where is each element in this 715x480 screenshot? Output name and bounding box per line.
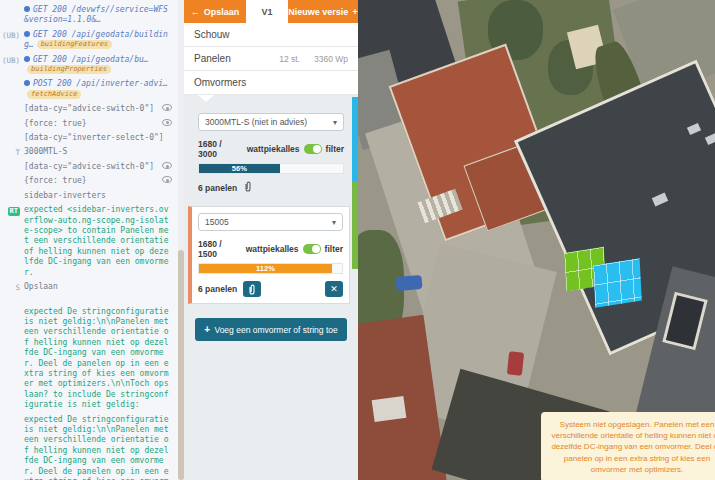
log-row[interactable]: [data-cy="advice-switch-0"] <box>0 160 172 174</box>
unsaved-warning-tooltip: Systeem niet opgeslagen. Panelen met een… <box>541 412 715 480</box>
log-command-gutter <box>0 79 24 80</box>
log-row-text: GET 200 /devwfs//service=WFS&version=1.1… <box>24 5 172 26</box>
plus-icon: + <box>352 7 357 17</box>
section-row-panelen[interactable]: Panelen 12 st. 3360 Wp <box>184 47 358 71</box>
log-row[interactable]: sidebar-inverters <box>0 189 172 203</box>
log-command-gutter <box>0 191 24 192</box>
log-command-gutter: (UB) <box>0 55 24 66</box>
paperclip-button[interactable] <box>243 281 261 297</box>
eye-icon[interactable] <box>162 119 172 126</box>
inverter-panel-area: 3000MTL-S (niet in advies) ▾ 1680 / 3000… <box>184 95 358 480</box>
log-row-text: GET 200 /api/geodata/bu…buildingProperti… <box>24 55 172 76</box>
map-car-blue <box>395 275 422 291</box>
eye-icon[interactable] <box>162 104 172 111</box>
watt-label: wattpiek <box>246 244 280 254</box>
log-command-gutter: (UB) <box>0 30 24 41</box>
log-row[interactable]: {force: true} <box>0 174 172 188</box>
filter-label: filter <box>326 144 344 154</box>
log-row[interactable]: {force: true} <box>0 117 172 131</box>
log-row-text: Opslaan <box>24 282 172 292</box>
log-command-gutter: RT <box>0 205 24 216</box>
remove-string-button[interactable]: ✕ <box>325 281 343 297</box>
assert-badge: RT <box>8 207 20 216</box>
log-command-gutter <box>0 415 24 416</box>
filter-label: filter <box>325 244 343 254</box>
add-inverter-button[interactable]: + Voeg een omvormer of string toe <box>195 318 347 341</box>
route-alias-badge: buildingProperties <box>27 65 111 74</box>
log-command-gutter: S <box>0 282 24 293</box>
log-command-gutter <box>0 119 24 120</box>
log-row-text: [data-cy="advice-switch-0"] <box>24 162 172 172</box>
log-row-text: {force: true} <box>24 176 172 186</box>
test-runner-log[interactable]: GET 200 /devwfs//service=WFS&version=1.1… <box>0 0 184 480</box>
back-arrow-icon: ← <box>191 7 200 17</box>
save-button-label: Opslaan <box>204 7 240 17</box>
eye-icon[interactable] <box>162 176 172 183</box>
network-request-icon <box>24 80 30 86</box>
bubble-notch <box>198 95 214 102</box>
log-row[interactable]: expected De stringconfiguratie is niet g… <box>0 413 172 480</box>
log-row[interactable]: (UB)GET 200 /api/geodata/bu…buildingProp… <box>0 53 172 78</box>
log-row[interactable]: T3000MTL-S <box>0 145 172 160</box>
string-card-2: 15005 ▾ 1680 / 1500 wattpiek alles filte… <box>188 206 350 304</box>
watt-value: 1680 / 1500 <box>198 239 238 259</box>
panel-wattage: 3360 Wp <box>314 54 348 64</box>
filter-toggle-0[interactable] <box>304 144 322 154</box>
log-row[interactable]: SOpslaan <box>0 280 172 295</box>
log-row[interactable]: (UB)GET 200 /api/geodata/building…buildi… <box>0 28 172 53</box>
log-row[interactable]: POST 200 /api/inverter-advi…fetchAdvice <box>0 77 172 102</box>
route-alias-badge: buildingFeatures <box>37 40 112 49</box>
log-row[interactable]: GET 200 /devwfs//service=WFS&version=1.1… <box>0 3 172 28</box>
inverter-select-0[interactable]: 3000MTL-S (niet in advies) ▾ <box>198 113 344 131</box>
log-row[interactable]: RTexpected <sidebar-inverters.overflow-a… <box>0 203 172 280</box>
log-row-text: 3000MTL-S <box>24 147 172 157</box>
config-sidebar: ← Opslaan V1 Nieuwe versie + Schouw Pane… <box>184 0 358 480</box>
editor-map[interactable]: Systeem niet opgeslagen. Panelen met een… <box>358 0 715 480</box>
panel-count-label: 6 panelen <box>198 183 237 193</box>
log-row[interactable]: expected De stringconfiguratie is niet g… <box>0 305 172 413</box>
log-row-meta <box>158 104 172 111</box>
route-alias-badge: fetchAdvice <box>27 90 81 99</box>
watt-label: wattpiek <box>247 144 281 154</box>
log-rows: GET 200 /devwfs//service=WFS&version=1.1… <box>0 3 172 480</box>
version-tab[interactable]: V1 <box>246 0 288 23</box>
inverter-select-1[interactable]: 15005 ▾ <box>198 213 343 231</box>
log-row-text: GET 200 /api/geodata/building…buildingFe… <box>24 30 172 51</box>
eye-icon[interactable] <box>162 162 172 169</box>
sidebar-header: ← Opslaan V1 Nieuwe versie + <box>184 0 358 23</box>
log-row-text: [data-cy="inverter-select-0"] <box>24 133 172 143</box>
chevron-down-icon: ▾ <box>332 218 336 227</box>
log-row-text: expected De stringconfiguratie is niet g… <box>24 415 172 480</box>
paperclip-icon[interactable] <box>243 181 253 194</box>
log-row-text: expected De stringconfiguratie is niet g… <box>24 307 172 411</box>
new-version-button[interactable]: Nieuwe versie + <box>288 0 358 23</box>
panel-count-label: 6 panelen <box>198 284 237 294</box>
log-row-text: {force: true} <box>24 119 172 129</box>
log-row[interactable]: [data-cy="advice-switch-0"] <box>0 102 172 116</box>
watt-value: 1680 / 3000 <box>198 139 239 159</box>
log-command-gutter <box>0 162 24 163</box>
log-row-meta <box>158 176 172 183</box>
log-row-text: POST 200 /api/inverter-advi…fetchAdvice <box>24 79 172 100</box>
card-bottom-row: 6 panelen ✕ <box>198 281 343 297</box>
log-row-meta <box>158 162 172 169</box>
filter-toggle-1[interactable] <box>303 244 321 254</box>
plus-icon: + <box>204 324 210 335</box>
save-back-button[interactable]: ← Opslaan <box>184 0 246 23</box>
map-car-red <box>507 351 524 375</box>
section-row-schouw[interactable]: Schouw <box>184 23 358 47</box>
log-command-gutter <box>0 176 24 177</box>
chevron-down-icon: ▾ <box>333 118 337 127</box>
watt-row: 1680 / 3000 wattpiek alles filter <box>198 139 344 159</box>
load-progress-0: 56% <box>198 163 344 174</box>
section-row-omvormers[interactable]: Omvormers <box>184 71 358 95</box>
network-request-icon <box>24 56 30 62</box>
progress-pct: 112% <box>256 264 275 273</box>
log-command-gutter: T <box>0 147 24 158</box>
watt-row: 1680 / 1500 wattpiek alles filter <box>198 239 343 259</box>
log-row[interactable]: [data-cy="inverter-select-0"] <box>0 131 172 145</box>
log-row-text: [data-cy="advice-switch-0"] <box>24 104 172 114</box>
panel-group-cyan[interactable] <box>593 258 642 308</box>
panel-count: 12 st. <box>279 54 300 64</box>
load-progress-1: 112% <box>198 263 343 274</box>
